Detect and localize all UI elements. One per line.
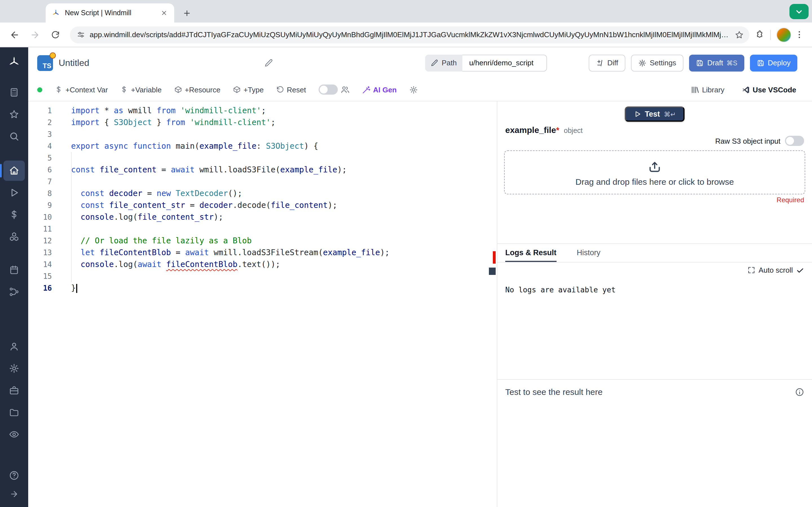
reload-button[interactable] <box>46 25 64 44</box>
windmill-logo[interactable] <box>7 55 21 69</box>
code-line[interactable]: 4export async function main(example_file… <box>28 140 497 152</box>
forward-button[interactable] <box>26 25 44 44</box>
add-type-button[interactable]: +Type <box>233 86 264 94</box>
info-icon[interactable] <box>795 387 804 396</box>
logs-tabs: Logs & Result History <box>497 244 812 263</box>
workspace: 1import * as wmill from 'windmill-client… <box>28 101 812 507</box>
ai-gen-button[interactable]: AI Gen <box>362 86 397 94</box>
sidebar-item-workspace-settings[interactable] <box>3 358 25 379</box>
code-line[interactable]: 5 <box>28 152 497 164</box>
sidebar-item-flows[interactable] <box>3 282 25 302</box>
edit-title-pencil-icon[interactable] <box>264 59 273 67</box>
windmill-app: TS Untitled Path u/henri/demo_script Dif… <box>0 47 812 507</box>
tab-close-icon[interactable] <box>160 8 168 17</box>
test-shortcut: ⌘↵ <box>664 110 676 118</box>
expand-icon[interactable] <box>748 267 755 274</box>
script-title-input[interactable]: Untitled <box>59 58 259 68</box>
search-icon[interactable] <box>3 126 25 147</box>
test-button[interactable]: Test ⌘↵ <box>624 107 685 122</box>
use-vscode-label: Use VSCode <box>753 86 796 94</box>
path-label-text: Path <box>442 59 457 67</box>
path-value[interactable]: u/henri/demo_script <box>462 54 547 71</box>
diff-button[interactable]: Diff <box>589 54 626 71</box>
profile-avatar[interactable] <box>776 27 791 42</box>
use-vscode-button[interactable]: Use VSCode <box>741 86 796 94</box>
required-hint: Required <box>777 196 804 204</box>
line-number: 4 <box>28 140 52 152</box>
argument-name: example_file* <box>505 125 559 135</box>
tab-search-button[interactable] <box>790 4 809 19</box>
file-dropzone[interactable]: Drag and drop files here or click to bro… <box>504 151 805 194</box>
diff-label: Diff <box>607 59 618 67</box>
sidebar-item-schedules[interactable] <box>3 260 25 280</box>
sidebar-item-runs[interactable] <box>3 182 25 203</box>
code-line[interactable]: 1import * as wmill from 'windmill-client… <box>28 105 497 117</box>
code-line[interactable]: 9 const file_content_str = decoder.decod… <box>28 200 497 211</box>
library-button[interactable]: Library <box>691 86 725 94</box>
code-line[interactable]: 10 console.log(file_content_str); <box>28 211 497 223</box>
expand-sidebar-icon[interactable] <box>3 487 25 501</box>
argument-header: example_file* object <box>497 122 812 135</box>
sidebar-item-variables[interactable] <box>3 205 25 225</box>
sidebar-item-resources[interactable] <box>3 226 25 247</box>
code-line[interactable]: 15 <box>28 270 497 282</box>
save-icon <box>756 59 764 67</box>
new-tab-button[interactable] <box>179 5 195 21</box>
back-button[interactable] <box>6 25 24 44</box>
code-line[interactable]: 8 const decoder = new TextDecoder(); <box>28 187 497 200</box>
library-icon <box>691 86 699 94</box>
code-line[interactable]: 7 <box>28 176 497 187</box>
code-line[interactable]: 12 // Or load the file lazily as a Blob <box>28 235 497 247</box>
url-text[interactable]: app.windmill.dev/scripts/add#JTdCJTIyaGF… <box>90 31 730 39</box>
toolbar-separator <box>770 30 771 40</box>
editor-settings-gear-icon[interactable] <box>409 86 417 94</box>
code-line[interactable]: 16} <box>28 282 497 294</box>
sidebar-item-home[interactable] <box>3 161 25 181</box>
reset-button[interactable]: Reset <box>276 86 306 94</box>
tab-history[interactable]: History <box>577 244 601 262</box>
draft-button[interactable]: Draft ⌘S <box>689 54 744 71</box>
raw-s3-toggle[interactable] <box>785 136 804 146</box>
code-editor[interactable]: 1import * as wmill from 'windmill-client… <box>28 101 497 507</box>
extensions-puzzle-icon[interactable] <box>755 30 765 40</box>
tab-logs-result[interactable]: Logs & Result <box>505 244 557 262</box>
add-resource-label: +Resource <box>185 86 220 94</box>
favorites-star-icon[interactable] <box>3 104 25 124</box>
sidebar <box>0 47 28 507</box>
browser-toolbar: app.windmill.dev/scripts/add#JTdCJTIyaGF… <box>0 22 812 47</box>
address-bar[interactable]: app.windmill.dev/scripts/add#JTdCJTIyaGF… <box>70 26 749 43</box>
add-variable-button[interactable]: +Variable <box>120 86 162 94</box>
code-line[interactable]: 2import { S3Object } from 'windmill-clie… <box>28 117 497 128</box>
magic-wand-icon <box>362 86 370 94</box>
add-context-var-button[interactable]: +Context Var <box>55 86 108 94</box>
site-settings-icon[interactable] <box>77 31 85 39</box>
browser-menu-icon[interactable] <box>795 30 804 40</box>
line-number: 15 <box>28 270 52 282</box>
code-line[interactable]: 6const file_content = await wmill.loadS3… <box>28 164 497 176</box>
code-line[interactable]: 14 console.log(await fileContentBlob.tex… <box>28 259 497 270</box>
sidebar-item-audit-logs[interactable] <box>3 424 25 445</box>
settings-button[interactable]: Settings <box>631 54 683 71</box>
add-resource-button[interactable]: +Resource <box>174 86 220 94</box>
apps-grid-icon[interactable] <box>3 82 25 103</box>
code-line[interactable]: 13 let fileContentBlob = await wmill.loa… <box>28 247 497 259</box>
draft-label: Draft <box>707 59 723 67</box>
auto-scroll-label: Auto scroll <box>759 266 793 274</box>
browser-tab[interactable]: New Script | Windmill <box>46 3 174 22</box>
deploy-button[interactable]: Deploy <box>750 54 797 71</box>
line-number: 6 <box>28 164 52 176</box>
sidebar-item-user[interactable] <box>3 336 25 356</box>
line-number: 11 <box>28 223 52 235</box>
dropzone-label: Drag and drop files here or click to bro… <box>575 177 734 186</box>
test-args-pane: Test ⌘↵ example_file* object Raw S3 obje… <box>497 101 812 243</box>
check-icon[interactable] <box>796 266 804 274</box>
sidebar-item-workers[interactable] <box>3 380 25 400</box>
help-icon[interactable] <box>3 465 25 486</box>
edit-path-button[interactable]: Path <box>425 54 462 71</box>
code-line[interactable]: 3 <box>28 128 497 140</box>
bookmark-star-icon[interactable] <box>735 30 744 39</box>
screen: New Script | Windmill app.windmill.dev/s… <box>0 0 812 507</box>
sidebar-item-folders[interactable] <box>3 402 25 422</box>
collab-toggle[interactable] <box>318 84 338 95</box>
code-line[interactable]: 11 <box>28 223 497 235</box>
